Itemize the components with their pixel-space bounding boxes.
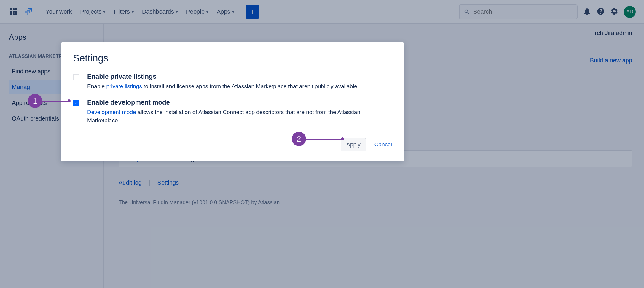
- marker-2-dot: [341, 137, 344, 140]
- marker-2-line: [306, 139, 341, 140]
- annotation-marker-2: 2: [292, 132, 344, 146]
- nav-filters[interactable]: Filters▾: [114, 8, 133, 15]
- notifications-icon[interactable]: [583, 7, 591, 17]
- sidebar-title: Apps: [9, 33, 98, 42]
- jira-logo-icon[interactable]: [24, 7, 33, 17]
- separator: [149, 180, 150, 186]
- create-button[interactable]: [246, 5, 259, 19]
- settings-icon[interactable]: [610, 7, 619, 17]
- nav-your-work[interactable]: Your work: [46, 8, 72, 15]
- top-nav-left: Your work Projects▾ Filters▾ Dashboards▾…: [8, 5, 259, 19]
- private-listings-link[interactable]: private listings: [106, 83, 142, 89]
- nav-dashboards[interactable]: Dashboards▾: [142, 8, 178, 15]
- search-icon: [464, 9, 470, 15]
- audit-log-link[interactable]: Audit log: [119, 179, 142, 186]
- top-nav-right: AD: [459, 4, 636, 19]
- nav-apps[interactable]: Apps▾: [217, 8, 234, 15]
- footer-text: The Universal Plugin Manager (v1001.0.0.…: [119, 200, 280, 206]
- avatar[interactable]: AD: [624, 6, 636, 18]
- modal-title: Settings: [73, 53, 392, 64]
- marker-1-dot: [68, 99, 71, 102]
- check-icon: [74, 101, 78, 105]
- help-icon[interactable]: [597, 7, 605, 17]
- chevron-down-icon: ▾: [206, 10, 208, 14]
- chevron-down-icon: ▾: [176, 10, 178, 14]
- setting-private-listings: Enable private listings Enable private l…: [73, 73, 392, 91]
- nav-projects[interactable]: Projects▾: [80, 8, 105, 15]
- setting-dev-mode-heading: Enable development mode: [87, 99, 392, 106]
- marker-2-circle: 2: [292, 132, 306, 146]
- marker-1-line: [42, 101, 68, 102]
- bottom-links: Audit log Settings: [119, 179, 179, 186]
- chevron-down-icon: ▾: [103, 10, 105, 14]
- setting-dev-mode: Enable development mode Development mode…: [73, 99, 392, 125]
- search-input-wrapper[interactable]: [459, 4, 578, 19]
- search-input[interactable]: [473, 8, 573, 15]
- nav-people[interactable]: People▾: [186, 8, 208, 15]
- development-mode-link[interactable]: Development mode: [87, 109, 136, 115]
- marker-1-circle: 1: [28, 94, 42, 108]
- apply-button[interactable]: Apply: [341, 138, 366, 151]
- admin-search-hint: rch Jira admin: [595, 30, 632, 37]
- nav-items: Your work Projects▾ Filters▾ Dashboards▾…: [46, 8, 234, 15]
- settings-modal: Settings Enable private listings Enable …: [61, 42, 404, 161]
- settings-link[interactable]: Settings: [157, 179, 179, 186]
- plus-icon: [249, 9, 256, 15]
- top-nav: Your work Projects▾ Filters▾ Dashboards▾…: [0, 0, 644, 24]
- setting-private-listings-heading: Enable private listings: [87, 73, 359, 80]
- chevron-down-icon: ▾: [132, 10, 134, 14]
- checkbox-dev-mode[interactable]: [73, 100, 79, 106]
- build-new-app-link[interactable]: Build a new app: [590, 57, 632, 64]
- checkbox-private-listings[interactable]: [73, 74, 79, 80]
- setting-dev-mode-desc: Development mode allows the installation…: [87, 108, 392, 125]
- cancel-button[interactable]: Cancel: [374, 141, 392, 148]
- modal-footer: Apply Cancel: [73, 138, 392, 151]
- annotation-marker-1: 1: [28, 94, 71, 108]
- chevron-down-icon: ▾: [232, 10, 234, 14]
- app-launcher-icon[interactable]: [8, 7, 19, 17]
- setting-private-listings-desc: Enable private listings to install and l…: [87, 82, 359, 91]
